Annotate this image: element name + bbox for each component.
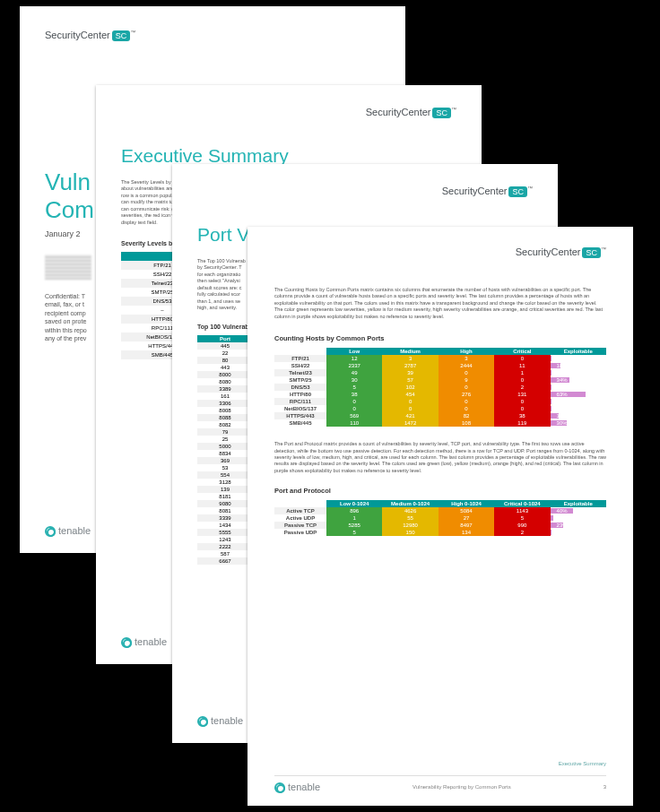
matrix-cell-critical: 0 (494, 398, 550, 405)
matrix-cell-exploitable: 2% (551, 355, 606, 362)
matrix-row-label: RPC/111 (274, 398, 326, 405)
port-row: 9080 (197, 500, 253, 507)
matrix-cell-high: 82 (439, 412, 494, 419)
port-row: 25 (197, 436, 253, 443)
port-row: 6667 (197, 557, 253, 565)
port-row: 22 (197, 350, 253, 357)
matrix-col-header: Low 0-1024 (326, 500, 382, 507)
tenable-logo: tenable (121, 636, 167, 648)
port-row: 8082 (197, 421, 253, 428)
matrix-cell-critical: 5 (494, 514, 550, 522)
matrix-cell-high: 276 (439, 391, 494, 398)
matrix-row: Telnet/234939012% (274, 369, 606, 376)
matrix-col-header: Critical 0-1024 (494, 500, 550, 507)
footer-section: Executive Summary (274, 761, 606, 766)
matrix-cell-exploitable: 3% (551, 529, 606, 536)
matrix-row: SSH/222337278724441118% (274, 362, 606, 369)
matrix-cell-high: 134 (439, 529, 494, 536)
matrix-cell-high: 0 (439, 398, 494, 405)
matrix-cell-low: 0 (326, 398, 382, 405)
matrix-cell-low: 5 (326, 384, 382, 391)
matrix-col-header (274, 348, 326, 355)
matrix-col-header: High 0-1024 (439, 500, 494, 507)
matrix-row: Passive UDP515013423% (274, 529, 606, 536)
port-row: 8834 (197, 450, 253, 457)
port-protocol-matrix: Low 0-1024Medium 0-1024High 0-1024Critic… (274, 500, 606, 536)
matrix-cell-exploitable: 2% (551, 369, 606, 376)
matrix-cell-low: 5285 (326, 522, 382, 529)
matrix-cell-low: 0 (326, 405, 382, 412)
matrix-row: SMB/445110147210811930% (274, 419, 606, 427)
matrix-cell-medium: 1472 (382, 419, 438, 427)
matrix-cell-critical: 0 (494, 405, 550, 412)
port-row: 8088 (197, 414, 253, 421)
matrix-row: HTTPS/443569421823815% (274, 412, 606, 419)
port-protocol-intro: The Port and Protocol matrix provides a … (274, 441, 606, 474)
port-row: 80 (197, 357, 253, 364)
matrix-row: Passive TCP528512980849799023% (274, 522, 606, 529)
matrix-row-label: Passive TCP (274, 522, 326, 529)
matrix-row-label: Telnet/23 (274, 369, 326, 376)
matrix-cell-medium: 3 (382, 355, 438, 362)
matrix-row: Active TCP89646265084114340% (274, 507, 606, 514)
matrix-cell-exploitable: 5% (551, 514, 606, 522)
matrix-col-header: Exploitable (551, 348, 606, 355)
matrix-cell-low: 30 (326, 376, 382, 384)
port-row: 139 (197, 486, 253, 493)
port-protocol-title: Port and Protocol (274, 487, 606, 495)
matrix-cell-medium: 55 (382, 514, 438, 522)
matrix-cell-medium: 12980 (382, 522, 438, 529)
matrix-cell-critical: 11 (494, 362, 550, 369)
port-row: 161 (197, 393, 253, 400)
counting-hosts-matrix: LowMediumHighCriticalExploitable FTP/211… (274, 348, 606, 427)
matrix-row-label: Passive UDP (274, 529, 326, 536)
top-ports-table: Port 44522804438000808033891613306800880… (197, 335, 253, 565)
matrix-cell-exploitable: 18% (551, 362, 606, 369)
port-row: 1243 (197, 536, 253, 543)
matrix-cell-critical: 2 (494, 384, 550, 391)
port-row: 2222 (197, 543, 253, 550)
matrix-cell-critical: 119 (494, 419, 550, 427)
port-row: 8080 (197, 378, 253, 385)
port-row: 79 (197, 428, 253, 436)
matrix-cell-high: 108 (439, 419, 494, 427)
securitycenter-logo: SecurityCenterSC™ (121, 107, 456, 118)
matrix-cell-critical: 38 (494, 412, 550, 419)
matrix-row-label: SMB/445 (274, 419, 326, 427)
port-row: 8181 (197, 493, 253, 500)
matrix-cell-medium: 421 (382, 412, 438, 419)
matrix-cell-high: 3 (439, 355, 494, 362)
port-row: 3339 (197, 514, 253, 522)
footer-page: 3 (604, 784, 606, 790)
matrix-row-label: SSH/22 (274, 362, 326, 369)
port-row: 8081 (197, 507, 253, 514)
port-row: 587 (197, 550, 253, 557)
tenable-logo: tenable (197, 715, 243, 727)
port-row: 8000 (197, 371, 253, 378)
port-row: 443 (197, 364, 253, 371)
matrix-col-header: Low (326, 348, 382, 355)
page-4-matrices: SecurityCenterSC™ The Counting Hosts by … (248, 227, 633, 806)
matrix-cell-high: 0 (439, 369, 494, 376)
matrix-cell-medium: 454 (382, 391, 438, 398)
matrix-row-label: Active UDP (274, 514, 326, 522)
matrix-col-header: Critical (494, 348, 550, 355)
matrix-row-label: HTTPS/443 (274, 412, 326, 419)
matrix-cell-critical: 2 (494, 529, 550, 536)
matrix-cell-critical: 0 (494, 355, 550, 362)
matrix-cell-exploitable: 34% (551, 376, 606, 384)
matrix-row-label: HTTP/80 (274, 391, 326, 398)
matrix-cell-medium: 39 (382, 369, 438, 376)
matrix-cell-exploitable: 1% (551, 405, 606, 412)
port-row: 3389 (197, 385, 253, 393)
matrix-cell-exploitable: 15% (551, 412, 606, 419)
matrix-cell-low: 110 (326, 419, 382, 427)
matrix-cell-exploitable: 23% (551, 522, 606, 529)
matrix-cell-medium: 150 (382, 529, 438, 536)
matrix-cell-exploitable: 1% (551, 398, 606, 405)
matrix-row-label: SMTP/25 (274, 376, 326, 384)
counting-hosts-intro: The Counting Hosts by Common Ports matri… (274, 287, 606, 320)
matrix-cell-critical: 1143 (494, 507, 550, 514)
matrix-cell-exploitable: 2% (551, 384, 606, 391)
matrix-cell-low: 569 (326, 412, 382, 419)
